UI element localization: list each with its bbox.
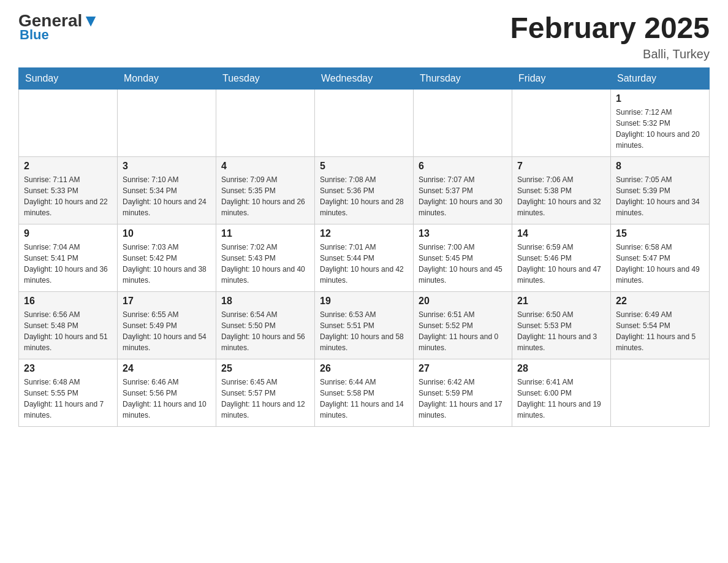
table-row: 26Sunrise: 6:44 AMSunset: 5:58 PMDayligh… — [315, 359, 414, 426]
table-row: 19Sunrise: 6:53 AMSunset: 5:51 PMDayligh… — [315, 291, 414, 359]
day-number: 3 — [123, 161, 211, 172]
table-row: 11Sunrise: 7:02 AMSunset: 5:43 PMDayligh… — [216, 224, 315, 291]
day-info: Sunrise: 7:06 AMSunset: 5:38 PMDaylight:… — [517, 174, 605, 218]
day-info: Sunrise: 6:42 AMSunset: 5:59 PMDaylight:… — [419, 377, 507, 421]
table-row: 21Sunrise: 6:50 AMSunset: 5:53 PMDayligh… — [512, 291, 611, 359]
day-info: Sunrise: 6:46 AMSunset: 5:56 PMDaylight:… — [123, 377, 211, 421]
table-row: 3Sunrise: 7:10 AMSunset: 5:34 PMDaylight… — [118, 156, 216, 224]
day-number: 18 — [221, 296, 309, 307]
day-number: 2 — [24, 161, 112, 172]
table-row: 1Sunrise: 7:12 AMSunset: 5:32 PMDaylight… — [611, 89, 710, 156]
table-row: 15Sunrise: 6:58 AMSunset: 5:47 PMDayligh… — [611, 224, 710, 291]
header-wednesday: Wednesday — [315, 67, 414, 89]
weekday-header-row: Sunday Monday Tuesday Wednesday Thursday… — [19, 67, 710, 89]
calendar-week-row: 23Sunrise: 6:48 AMSunset: 5:55 PMDayligh… — [19, 359, 710, 426]
day-number: 11 — [221, 228, 309, 239]
table-row: 24Sunrise: 6:46 AMSunset: 5:56 PMDayligh… — [118, 359, 216, 426]
table-row: 25Sunrise: 6:45 AMSunset: 5:57 PMDayligh… — [216, 359, 315, 426]
title-area: February 2025 Balli, Turkey — [510, 12, 710, 61]
day-number: 14 — [517, 228, 605, 239]
header-thursday: Thursday — [414, 67, 512, 89]
table-row — [414, 89, 512, 156]
table-row — [611, 359, 710, 426]
table-row: 4Sunrise: 7:09 AMSunset: 5:35 PMDaylight… — [216, 156, 315, 224]
day-info: Sunrise: 6:49 AMSunset: 5:54 PMDaylight:… — [616, 309, 704, 353]
table-row: 5Sunrise: 7:08 AMSunset: 5:36 PMDaylight… — [315, 156, 414, 224]
table-row: 2Sunrise: 7:11 AMSunset: 5:33 PMDaylight… — [19, 156, 118, 224]
calendar-week-row: 9Sunrise: 7:04 AMSunset: 5:41 PMDaylight… — [19, 224, 710, 291]
day-info: Sunrise: 6:54 AMSunset: 5:50 PMDaylight:… — [221, 309, 309, 353]
table-row: 12Sunrise: 7:01 AMSunset: 5:44 PMDayligh… — [315, 224, 414, 291]
logo-triangle-icon: ▼ — [82, 11, 99, 30]
logo-blue: Blue — [20, 27, 49, 43]
day-number: 20 — [419, 296, 507, 307]
day-number: 7 — [517, 161, 605, 172]
day-number: 22 — [616, 296, 704, 307]
month-title: February 2025 — [510, 12, 710, 45]
day-number: 23 — [24, 363, 112, 374]
table-row: 10Sunrise: 7:03 AMSunset: 5:42 PMDayligh… — [118, 224, 216, 291]
day-number: 10 — [123, 228, 211, 239]
table-row: 14Sunrise: 6:59 AMSunset: 5:46 PMDayligh… — [512, 224, 611, 291]
day-info: Sunrise: 6:44 AMSunset: 5:58 PMDaylight:… — [320, 377, 408, 421]
page-header: General▼ Blue February 2025 Balli, Turke… — [18, 12, 710, 61]
table-row: 13Sunrise: 7:00 AMSunset: 5:45 PMDayligh… — [414, 224, 512, 291]
day-info: Sunrise: 6:48 AMSunset: 5:55 PMDaylight:… — [24, 377, 112, 421]
calendar-week-row: 16Sunrise: 6:56 AMSunset: 5:48 PMDayligh… — [19, 291, 710, 359]
day-number: 25 — [221, 363, 309, 374]
day-number: 9 — [24, 228, 112, 239]
table-row — [315, 89, 414, 156]
table-row: 8Sunrise: 7:05 AMSunset: 5:39 PMDaylight… — [611, 156, 710, 224]
day-number: 24 — [123, 363, 211, 374]
day-info: Sunrise: 7:01 AMSunset: 5:44 PMDaylight:… — [320, 242, 408, 286]
calendar-table: Sunday Monday Tuesday Wednesday Thursday… — [18, 67, 710, 427]
header-sunday: Sunday — [19, 67, 118, 89]
day-info: Sunrise: 7:04 AMSunset: 5:41 PMDaylight:… — [24, 242, 112, 286]
day-info: Sunrise: 6:50 AMSunset: 5:53 PMDaylight:… — [517, 309, 605, 353]
table-row: 27Sunrise: 6:42 AMSunset: 5:59 PMDayligh… — [414, 359, 512, 426]
header-saturday: Saturday — [611, 67, 710, 89]
day-number: 19 — [320, 296, 408, 307]
table-row — [512, 89, 611, 156]
table-row: 9Sunrise: 7:04 AMSunset: 5:41 PMDaylight… — [19, 224, 118, 291]
day-info: Sunrise: 7:12 AMSunset: 5:32 PMDaylight:… — [616, 107, 704, 151]
day-number: 26 — [320, 363, 408, 374]
table-row: 6Sunrise: 7:07 AMSunset: 5:37 PMDaylight… — [414, 156, 512, 224]
day-number: 15 — [616, 228, 704, 239]
day-info: Sunrise: 6:51 AMSunset: 5:52 PMDaylight:… — [419, 309, 507, 353]
table-row: 7Sunrise: 7:06 AMSunset: 5:38 PMDaylight… — [512, 156, 611, 224]
header-monday: Monday — [118, 67, 216, 89]
day-number: 8 — [616, 161, 704, 172]
table-row — [19, 89, 118, 156]
day-number: 16 — [24, 296, 112, 307]
table-row — [216, 89, 315, 156]
day-number: 13 — [419, 228, 507, 239]
day-info: Sunrise: 6:53 AMSunset: 5:51 PMDaylight:… — [320, 309, 408, 353]
table-row: 22Sunrise: 6:49 AMSunset: 5:54 PMDayligh… — [611, 291, 710, 359]
day-info: Sunrise: 7:07 AMSunset: 5:37 PMDaylight:… — [419, 174, 507, 218]
table-row: 17Sunrise: 6:55 AMSunset: 5:49 PMDayligh… — [118, 291, 216, 359]
table-row: 16Sunrise: 6:56 AMSunset: 5:48 PMDayligh… — [19, 291, 118, 359]
table-row: 23Sunrise: 6:48 AMSunset: 5:55 PMDayligh… — [19, 359, 118, 426]
day-info: Sunrise: 6:45 AMSunset: 5:57 PMDaylight:… — [221, 377, 309, 421]
day-info: Sunrise: 6:41 AMSunset: 6:00 PMDaylight:… — [517, 377, 605, 421]
day-number: 28 — [517, 363, 605, 374]
table-row — [118, 89, 216, 156]
day-info: Sunrise: 6:58 AMSunset: 5:47 PMDaylight:… — [616, 242, 704, 286]
day-info: Sunrise: 7:05 AMSunset: 5:39 PMDaylight:… — [616, 174, 704, 218]
logo: General▼ Blue — [18, 12, 99, 43]
day-number: 17 — [123, 296, 211, 307]
location: Balli, Turkey — [510, 47, 710, 61]
day-info: Sunrise: 6:56 AMSunset: 5:48 PMDaylight:… — [24, 309, 112, 353]
calendar-week-row: 2Sunrise: 7:11 AMSunset: 5:33 PMDaylight… — [19, 156, 710, 224]
day-info: Sunrise: 6:59 AMSunset: 5:46 PMDaylight:… — [517, 242, 605, 286]
day-number: 1 — [616, 93, 704, 104]
header-tuesday: Tuesday — [216, 67, 315, 89]
table-row: 28Sunrise: 6:41 AMSunset: 6:00 PMDayligh… — [512, 359, 611, 426]
day-number: 5 — [320, 161, 408, 172]
day-info: Sunrise: 7:03 AMSunset: 5:42 PMDaylight:… — [123, 242, 211, 286]
table-row: 20Sunrise: 6:51 AMSunset: 5:52 PMDayligh… — [414, 291, 512, 359]
day-info: Sunrise: 7:02 AMSunset: 5:43 PMDaylight:… — [221, 242, 309, 286]
day-info: Sunrise: 6:55 AMSunset: 5:49 PMDaylight:… — [123, 309, 211, 353]
day-number: 6 — [419, 161, 507, 172]
